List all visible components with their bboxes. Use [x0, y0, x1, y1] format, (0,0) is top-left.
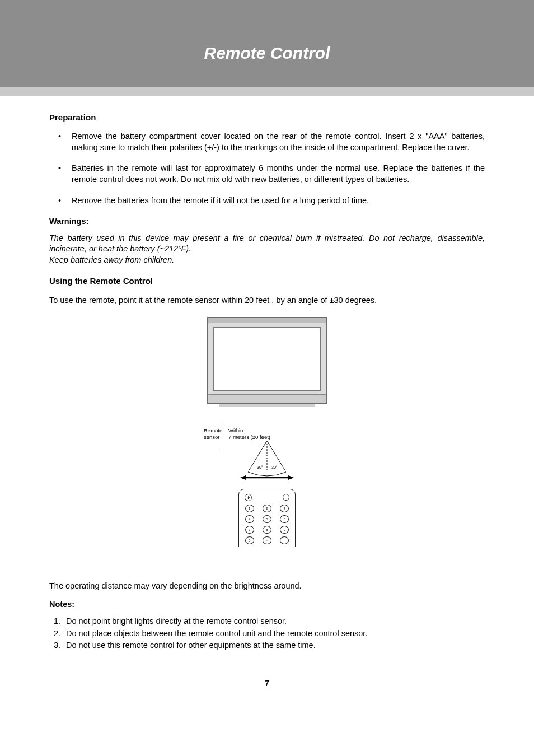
- remote-top-row: ⏻: [242, 494, 292, 503]
- svg-marker-4: [240, 475, 246, 480]
- remote-key: 8: [263, 526, 271, 534]
- tv-bezel-top: [208, 318, 326, 323]
- notes-item: Do not use this remote control for other…: [63, 640, 485, 651]
- notes-item: Do not point bright lights directly at t…: [63, 616, 485, 627]
- angle-left-label: 30°: [257, 465, 263, 469]
- sensor-label-2b: 7 meters (20 feet): [228, 434, 270, 440]
- page-content: Preparation Remove the battery compartme…: [0, 96, 534, 702]
- tv-stand: [219, 404, 315, 407]
- remote-key: 0: [245, 536, 254, 544]
- remote-key: 2: [263, 505, 271, 512]
- remote-key: 7: [245, 526, 254, 534]
- sensor-label-1a: Remote: [204, 427, 222, 433]
- power-icon: ⏻: [245, 494, 252, 501]
- page-header: Remote Control: [0, 0, 534, 87]
- remote-key: 6: [280, 515, 289, 523]
- notes-item: Do not place objects between the remote …: [63, 628, 485, 640]
- diagram-container: Remote sensor Within 7 meters (20 feet): [49, 317, 485, 547]
- sensor-pointer-line: [222, 424, 222, 451]
- tv-controls: [208, 394, 326, 403]
- sensor-label-1b: sensor: [204, 434, 220, 440]
- page-number: 7: [49, 678, 485, 702]
- remote-key: ←: [263, 536, 271, 544]
- sensor-labels: Remote sensor Within 7 meters (20 feet): [204, 427, 331, 441]
- preparation-bullet: Batteries in the remote will last for ap…: [54, 163, 485, 185]
- operating-distance-note: The operating distance may vary dependin…: [49, 581, 485, 592]
- warnings-line-1: The battery used in this device may pres…: [49, 234, 485, 254]
- remote-key: [280, 536, 289, 544]
- remote-key: 1: [245, 505, 254, 512]
- preparation-heading: Preparation: [49, 112, 485, 123]
- svg-marker-5: [288, 475, 294, 480]
- remote-key: 5: [263, 515, 271, 523]
- page-title: Remote Control: [0, 0, 534, 63]
- remote-key: 3: [280, 505, 289, 512]
- notes-label: Notes:: [49, 599, 485, 610]
- using-heading: Using the Remote Control: [49, 276, 485, 287]
- preparation-list: Remove the battery compartment cover loc…: [54, 131, 485, 206]
- warnings-line-2: Keep batteries away from children.: [49, 255, 174, 264]
- remote-illustration: ⏻ 1 2 3 4 5 6 7 8 9 0 ←: [238, 489, 296, 547]
- remote-key: 4: [245, 515, 254, 523]
- remote-keypad: 1 2 3 4 5 6 7 8 9 0 ←: [242, 503, 292, 545]
- preparation-bullet: Remove the batteries from the remote if …: [54, 195, 485, 207]
- warnings-text: The battery used in this device may pres…: [49, 233, 485, 266]
- angle-right-label: 30°: [271, 465, 278, 469]
- cone-svg: 30° 30°: [239, 441, 295, 484]
- remote-diagram: Remote sensor Within 7 meters (20 feet): [203, 317, 331, 547]
- remote-key: 9: [280, 526, 289, 534]
- tv-illustration: [207, 317, 327, 404]
- sensor-label-area: Remote sensor Within 7 meters (20 feet): [203, 427, 331, 441]
- notes-list: Do not point bright lights directly at t…: [49, 616, 485, 651]
- using-paragraph: To use the remote, point it at the remot…: [49, 295, 485, 306]
- header-sub-band: [0, 87, 534, 96]
- sensor-label-2a: Within: [228, 427, 243, 433]
- warnings-label: Warnings:: [49, 216, 485, 227]
- preparation-bullet: Remove the battery compartment cover loc…: [54, 131, 485, 153]
- angle-cone: 30° 30°: [239, 441, 295, 484]
- indicator-icon: [283, 494, 289, 501]
- tv-screen: [213, 327, 321, 391]
